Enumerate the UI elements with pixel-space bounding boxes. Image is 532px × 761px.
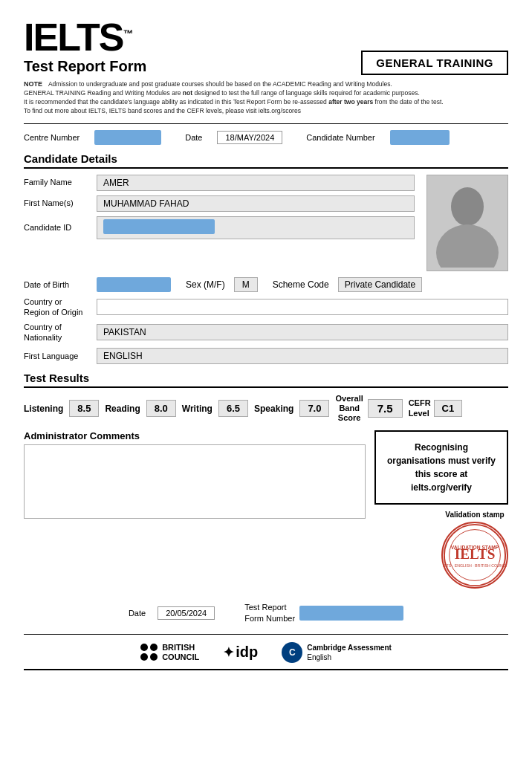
- country-nationality-label: Country ofNationality: [24, 322, 91, 343]
- candidate-fields: Family Name AMER First Name(s) MUHAMMAD …: [24, 175, 415, 271]
- admin-comments-label: Administrator Comments: [24, 430, 366, 441]
- stamp-circle: VALIDATION STAMP IELTS IELTS · ENGLISH ·…: [441, 522, 508, 589]
- centre-row: Centre Number Date 18/MAY/2024 Candidate…: [24, 123, 508, 145]
- admin-comments-area: Administrator Comments: [24, 430, 366, 589]
- dob-value: [97, 277, 171, 292]
- country-nationality-value: PAKISTAN: [97, 324, 508, 340]
- training-type-box: GENERAL TRAINING: [361, 51, 508, 75]
- idp-text: idp: [236, 644, 258, 661]
- validation-stamp-label: Validation stamp: [441, 511, 508, 519]
- dob-row: Date of Birth Sex (M/F) M Scheme Code Pr…: [24, 277, 508, 292]
- first-language-label: First Language: [24, 351, 91, 361]
- candidate-id-row: Candidate ID: [24, 216, 415, 239]
- stamp-svg: VALIDATION STAMP IELTS IELTS · ENGLISH ·…: [443, 522, 507, 589]
- scheme-code-label: Scheme Code: [273, 279, 329, 290]
- family-name-label: Family Name: [24, 177, 91, 187]
- first-language-value: ENGLISH: [97, 348, 508, 364]
- bottom-section: Administrator Comments Recognising organ…: [24, 430, 508, 589]
- centre-number-label: Centre Number: [24, 133, 80, 142]
- bc-dots: [140, 644, 158, 661]
- reading-score: 8.0: [146, 400, 176, 417]
- family-name-row: Family Name AMER: [24, 175, 415, 191]
- date-label2: Date: [129, 609, 146, 618]
- sex-label: Sex (M/F): [186, 279, 225, 290]
- country-region-label: Country orRegion of Origin: [24, 297, 91, 318]
- british-label: BRITISH: [162, 643, 195, 652]
- overall-band-group: OverallBandScore 7.5: [335, 394, 402, 424]
- bc-dot-2: [150, 644, 158, 651]
- svg-point-0: [451, 187, 484, 226]
- ielts-logo: IELTS™: [24, 18, 146, 56]
- report-form-number-label: Test ReportForm Number: [244, 602, 295, 624]
- first-name-label: First Name(s): [24, 198, 91, 208]
- bottom-divider: [24, 669, 508, 670]
- speaking-label: Speaking: [254, 404, 293, 414]
- svg-text:IELTS · ENGLISH · BRITISH COUN: IELTS · ENGLISH · BRITISH COUNCIL: [443, 564, 507, 569]
- writing-score: 6.5: [218, 400, 248, 417]
- scheme-code-value: Private Candidate: [338, 277, 422, 292]
- cambridge-label2: English: [307, 653, 331, 661]
- report-number-value: [299, 606, 403, 621]
- validation-stamp-area: Validation stamp VALIDATION STAMP IELTS …: [441, 511, 508, 589]
- svg-text:IELTS: IELTS: [455, 546, 496, 562]
- speaking-score: 7.0: [299, 400, 329, 417]
- report-form-title: Test Report Form: [24, 58, 146, 75]
- british-council-logo: BRITISH COUNCIL: [140, 643, 199, 662]
- cambridge-label1: Cambridge Assessment: [307, 644, 392, 652]
- candidate-id-redacted: [103, 219, 215, 234]
- council-label: COUNCIL: [162, 652, 199, 661]
- note-label: NOTE: [24, 80, 42, 88]
- country-region-row: Country orRegion of Origin: [24, 297, 508, 318]
- listening-label: Listening: [24, 404, 63, 414]
- date-label: Date: [185, 133, 202, 142]
- trademark-symbol: ™: [123, 27, 132, 39]
- cefr-group: CEFRLevel C1: [409, 398, 463, 418]
- candidate-number-label: Candidate Number: [306, 133, 374, 142]
- first-name-value: MUHAMMAD FAHAD: [97, 195, 415, 212]
- bc-dot-4: [150, 653, 158, 661]
- first-language-row: First Language ENGLISH: [24, 348, 508, 364]
- note-text-line1: Admission to undergraduate and post grad…: [48, 80, 392, 88]
- verify-box: Recognising organisations must verify th…: [374, 430, 508, 505]
- overall-score: 7.5: [368, 399, 403, 418]
- test-results-section: Test Results Listening 8.5 Reading 8.0 W…: [24, 372, 508, 424]
- bc-dot-1: [140, 644, 148, 651]
- logos-row: BRITISH COUNCIL ✦ idp C Cambridge Assess…: [24, 634, 508, 663]
- first-name-row: First Name(s) MUHAMMAD FAHAD: [24, 195, 415, 212]
- admin-comments-box: [24, 444, 366, 519]
- cambridge-logo: C Cambridge Assessment English: [282, 642, 392, 663]
- cefr-label: CEFRLevel: [409, 398, 431, 418]
- cambridge-icon: C: [282, 642, 302, 663]
- right-panel: Recognising organisations must verify th…: [374, 430, 508, 589]
- test-results-title: Test Results: [24, 372, 508, 388]
- listening-score: 8.5: [69, 400, 99, 417]
- candidate-photo: [426, 175, 508, 271]
- idp-star-icon: ✦: [223, 644, 234, 661]
- date-value2: 20/05/2024: [158, 606, 215, 620]
- date-value: 18/MAY/2024: [217, 131, 282, 144]
- note-text-line2: GENERAL TRAINING Reading and Writing Mod…: [24, 89, 420, 97]
- reading-label: Reading: [105, 404, 140, 414]
- candidate-id-label: Candidate ID: [24, 222, 91, 233]
- cefr-value: C1: [434, 400, 463, 417]
- country-region-value: [97, 299, 508, 315]
- bc-dot-3: [140, 653, 148, 661]
- family-name-value: AMER: [97, 175, 415, 191]
- writing-label: Writing: [182, 404, 213, 414]
- dob-label: Date of Birth: [24, 280, 91, 289]
- svg-point-1: [436, 224, 499, 268]
- idp-logo: ✦ idp: [223, 644, 258, 661]
- note-section: NOTE Admission to undergraduate and post…: [24, 80, 508, 116]
- date-report-row: Date 20/05/2024 Test ReportForm Number: [24, 602, 508, 624]
- scores-row: Listening 8.5 Reading 8.0 Writing 6.5 Sp…: [24, 394, 508, 424]
- candidate-number-value: [390, 130, 450, 145]
- candidate-details-wrapper: Family Name AMER First Name(s) MUHAMMAD …: [24, 175, 508, 271]
- overall-band-label: OverallBandScore: [335, 394, 363, 424]
- report-number-group: Test ReportForm Number: [244, 602, 403, 624]
- candidate-id-value: [97, 216, 415, 239]
- centre-number-value: [94, 130, 161, 145]
- note-text-line3: It is recommended that the candidate's l…: [24, 98, 444, 106]
- note-text-line4: To find out more about IELTS, IELTS band…: [24, 107, 301, 114]
- cambridge-text: Cambridge Assessment English: [307, 643, 392, 662]
- country-nationality-row: Country ofNationality PAKISTAN: [24, 322, 508, 343]
